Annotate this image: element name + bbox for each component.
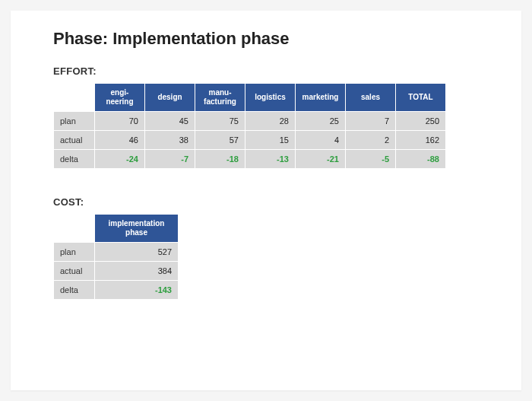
effort-col-total: TOTAL bbox=[396, 84, 446, 112]
effort-cell: 7 bbox=[346, 112, 396, 131]
effort-cell: 57 bbox=[195, 131, 245, 150]
cost-col-blank bbox=[54, 215, 95, 243]
effort-cell: 38 bbox=[145, 131, 195, 150]
cost-row-actual: actual 384 bbox=[54, 262, 179, 281]
effort-col-engineering: engi-neering bbox=[95, 84, 145, 112]
effort-row-delta-label: delta bbox=[54, 150, 95, 169]
effort-cell: -88 bbox=[396, 150, 446, 169]
effort-cell: 162 bbox=[396, 131, 446, 150]
effort-cell: 15 bbox=[245, 131, 296, 150]
cost-table: implementationphase plan 527 actual 384 … bbox=[53, 214, 179, 300]
effort-cell: -7 bbox=[145, 150, 195, 169]
effort-row-plan-label: plan bbox=[54, 112, 95, 131]
effort-table: engi-neering design manu-facturing logis… bbox=[53, 83, 446, 169]
effort-cell: 70 bbox=[95, 112, 145, 131]
cost-row-plan-label: plan bbox=[54, 243, 95, 262]
cost-heading: COST: bbox=[53, 196, 494, 208]
cost-cell: -143 bbox=[95, 281, 179, 300]
effort-cell: 46 bbox=[95, 131, 145, 150]
effort-cell: 2 bbox=[346, 131, 396, 150]
effort-cell: 25 bbox=[296, 112, 346, 131]
effort-cell: -21 bbox=[296, 150, 346, 169]
effort-row-plan: plan 70 45 75 28 25 7 250 bbox=[54, 112, 446, 131]
cost-row-plan: plan 527 bbox=[54, 243, 179, 262]
effort-col-marketing: marketing bbox=[296, 84, 346, 112]
effort-cell: 45 bbox=[145, 112, 195, 131]
cost-row-delta-label: delta bbox=[54, 281, 95, 300]
effort-cell: -13 bbox=[245, 150, 296, 169]
effort-row-actual: actual 46 38 57 15 4 2 162 bbox=[54, 131, 446, 150]
effort-col-sales: sales bbox=[346, 84, 396, 112]
effort-row-delta: delta -24 -7 -18 -13 -21 -5 -88 bbox=[54, 150, 446, 169]
cost-cell: 527 bbox=[95, 243, 179, 262]
report-card: Phase: Implementation phase EFFORT: engi… bbox=[11, 11, 521, 390]
effort-col-manufacturing: manu-facturing bbox=[195, 84, 245, 112]
effort-cell: 4 bbox=[296, 131, 346, 150]
effort-heading: EFFORT: bbox=[53, 65, 494, 77]
effort-cell: 28 bbox=[245, 112, 296, 131]
effort-col-logistics: logistics bbox=[245, 84, 296, 112]
cost-row-delta: delta -143 bbox=[54, 281, 179, 300]
cost-cell: 384 bbox=[95, 262, 179, 281]
cost-row-actual-label: actual bbox=[54, 262, 95, 281]
effort-cell: 250 bbox=[396, 112, 446, 131]
effort-cell: -24 bbox=[95, 150, 145, 169]
effort-row-actual-label: actual bbox=[54, 131, 95, 150]
effort-cell: 75 bbox=[195, 112, 245, 131]
effort-cell: -18 bbox=[195, 150, 245, 169]
effort-col-blank bbox=[54, 84, 95, 112]
page-title: Phase: Implementation phase bbox=[53, 29, 494, 49]
cost-col-phase: implementationphase bbox=[95, 215, 179, 243]
effort-col-design: design bbox=[145, 84, 195, 112]
effort-cell: -5 bbox=[346, 150, 396, 169]
